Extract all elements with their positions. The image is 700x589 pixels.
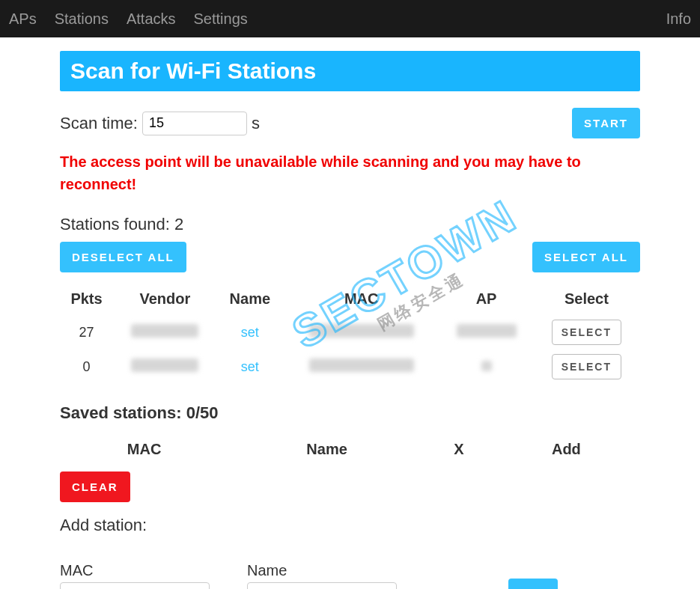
add-name-input[interactable]	[247, 582, 397, 589]
set-name-link[interactable]: set	[241, 359, 259, 374]
saved-col-x: X	[425, 435, 493, 464]
saved-stations-table: MAC Name X Add	[60, 435, 640, 464]
add-mac-label: MAC	[60, 562, 210, 579]
saved-stations-label: Saved stations: 0/50	[60, 403, 640, 423]
clear-button[interactable]: CLEAR	[60, 471, 130, 502]
col-mac: MAC	[283, 286, 439, 315]
scan-time-label: Scan time:	[60, 114, 138, 133]
scan-warning: The access point will be unavailable whi…	[60, 150, 640, 195]
nav-info[interactable]: Info	[666, 10, 691, 28]
stations-table: Pkts Vendor Name MAC AP Select 27 set SE…	[60, 286, 640, 384]
cell-vendor	[113, 315, 217, 350]
cell-mac	[283, 315, 439, 350]
col-name: Name	[217, 286, 283, 315]
start-button[interactable]: START	[572, 108, 640, 138]
select-row-button[interactable]: SELECT	[552, 320, 621, 345]
saved-col-add: Add	[493, 435, 640, 464]
stations-found-label: Stations found: 2	[60, 215, 640, 234]
col-ap: AP	[439, 286, 532, 315]
add-mac-input[interactable]	[60, 582, 210, 589]
col-select: Select	[533, 286, 640, 315]
cell-pkts: 0	[60, 350, 113, 384]
top-navbar: APs Stations Attacks Settings Info	[0, 0, 700, 37]
col-vendor: Vendor	[113, 286, 217, 315]
nav-attacks[interactable]: Attacks	[127, 10, 176, 28]
saved-col-mac: MAC	[60, 435, 228, 464]
scan-time-unit: s	[252, 114, 260, 133]
table-row: 27 set SELECT	[60, 315, 640, 350]
saved-col-name: Name	[228, 435, 425, 464]
cell-mac	[283, 350, 439, 384]
page-title: Scan for Wi-Fi Stations	[60, 51, 640, 91]
deselect-all-button[interactable]: DESELECT ALL	[60, 242, 186, 272]
col-pkts: Pkts	[60, 286, 113, 315]
add-button[interactable]: ADD	[508, 579, 559, 589]
select-all-button[interactable]: SELECT ALL	[532, 242, 640, 272]
add-station-label: Add station:	[60, 516, 640, 535]
scan-time-input[interactable]	[142, 112, 247, 135]
nav-settings[interactable]: Settings	[194, 10, 248, 28]
nav-aps[interactable]: APs	[9, 10, 37, 28]
table-row: 0 set SELECT	[60, 350, 640, 384]
select-row-button[interactable]: SELECT	[552, 354, 621, 379]
cell-ap	[439, 350, 532, 384]
nav-stations[interactable]: Stations	[55, 10, 109, 28]
cell-pkts: 27	[60, 315, 113, 350]
cell-vendor	[113, 350, 217, 384]
set-name-link[interactable]: set	[241, 325, 259, 340]
cell-ap	[439, 315, 532, 350]
add-name-label: Name	[247, 562, 397, 579]
